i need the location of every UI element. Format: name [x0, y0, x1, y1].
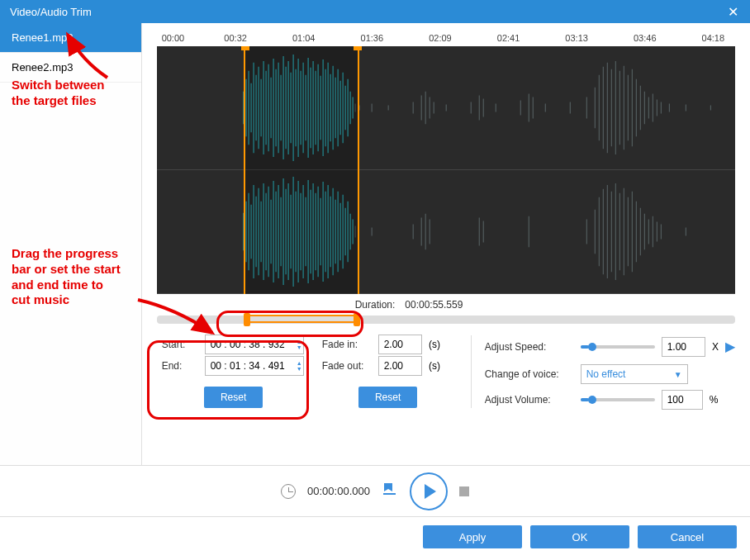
speed-input[interactable]: 1.00 [662, 337, 705, 357]
speed-slider[interactable] [581, 345, 655, 349]
tick: 00:32 [224, 33, 247, 43]
volume-slider[interactable] [581, 398, 655, 401]
stop-button[interactable] [459, 486, 469, 496]
volume-unit: % [710, 394, 719, 406]
player-bar: 00:00:00.000 [0, 466, 750, 517]
player-timecode: 00:00:00.000 [307, 485, 370, 497]
cancel-button[interactable]: Cancel [638, 525, 737, 548]
editor-panel: 00:00 00:32 01:04 01:36 02:09 02:41 03:1… [142, 23, 750, 465]
end-spinner[interactable]: ▲▼ [297, 360, 302, 372]
tick: 04:18 [702, 33, 725, 43]
tick: 01:04 [292, 33, 316, 43]
tick: 03:13 [565, 33, 588, 43]
start-spinner[interactable]: ▲▼ [297, 339, 302, 350]
start-time-input[interactable]: 00 : 00 : 38 . 932 [205, 335, 304, 354]
file-item[interactable]: Renee2.mp3 [0, 53, 141, 83]
close-icon[interactable]: ✕ [723, 4, 743, 20]
speed-label: Adjust Speed: [485, 341, 574, 353]
end-time-input[interactable]: 00 : 01 : 34 . 491 [205, 356, 304, 376]
file-sidebar: Renee1.mp3 Renee2.mp3 Switch between the… [0, 23, 142, 465]
volume-input[interactable]: 100 [662, 390, 703, 410]
file-item[interactable]: Renee1.mp3 [0, 23, 141, 53]
tick: 02:09 [429, 33, 452, 43]
reset-fade-button[interactable]: Reset [358, 387, 417, 408]
titlebar: Video/Audio Trim ✕ [0, 0, 750, 23]
voice-value: No effect [586, 368, 626, 380]
voice-select[interactable]: No effect ▼ [581, 364, 688, 384]
preview-speed-icon[interactable]: ▶ [725, 339, 735, 354]
annotation-text: Drag the progress bar or set the start a… [12, 246, 121, 308]
trim-region[interactable] [244, 46, 359, 294]
clock-icon [281, 484, 296, 499]
tick: 03:46 [634, 33, 657, 43]
fadeout-input[interactable]: 2.00 [378, 356, 422, 376]
trim-slider-start-handle[interactable] [244, 313, 250, 326]
footer: Apply OK Cancel [0, 517, 750, 557]
tick: 01:36 [361, 33, 384, 43]
fadein-label: Fade in: [322, 339, 372, 350]
waveform-area[interactable] [157, 46, 735, 294]
fade-unit: (s) [429, 339, 440, 350]
window-title: Video/Audio Trim [10, 6, 92, 18]
voice-label: Change of voice: [485, 368, 574, 380]
trim-handle-start[interactable] [241, 46, 249, 50]
apply-button[interactable]: Apply [423, 525, 522, 548]
trim-slider-end-handle[interactable] [354, 313, 360, 326]
trim-slider[interactable] [157, 316, 735, 324]
fadein-input[interactable]: 2.00 [378, 335, 422, 354]
reset-trim-button[interactable]: Reset [204, 387, 263, 408]
end-label: End: [162, 360, 198, 372]
ok-button[interactable]: OK [530, 525, 629, 548]
duration-value: 00:00:55.559 [405, 299, 463, 311]
marker-icon[interactable] [382, 482, 398, 501]
play-button[interactable] [410, 472, 448, 510]
tick: 00:00 [162, 33, 185, 43]
fadeout-label: Fade out: [322, 360, 372, 372]
trim-handle-end[interactable] [354, 46, 362, 50]
timeline-ruler: 00:00 00:32 01:04 01:36 02:09 02:41 03:1… [162, 33, 730, 46]
start-label: Start: [162, 339, 198, 350]
duration-label: Duration: [355, 299, 396, 311]
speed-unit: X [712, 341, 719, 353]
volume-label: Adjust Volume: [485, 394, 574, 406]
fade-unit: (s) [429, 360, 440, 372]
tick: 02:41 [497, 33, 520, 43]
chevron-down-icon: ▼ [674, 370, 682, 379]
